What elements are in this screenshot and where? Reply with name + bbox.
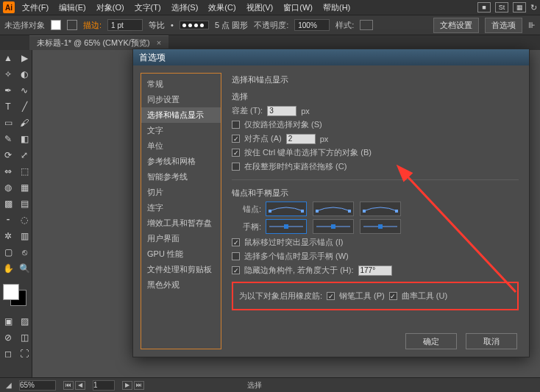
first-artboard-icon[interactable]: ⏮ xyxy=(63,381,74,390)
menu-type[interactable]: 文字(T) xyxy=(130,1,166,15)
prefs-cat-general[interactable]: 常规 xyxy=(141,76,221,92)
sync-icon[interactable]: ↻ xyxy=(530,3,537,13)
layout-icon[interactable]: ■ xyxy=(477,2,491,13)
doc-setup-button[interactable]: 文档设置 xyxy=(433,18,479,33)
selection-tool[interactable]: ▲ xyxy=(0,50,16,66)
prefs-cat-slices[interactable]: 切片 xyxy=(141,185,221,200)
blend-tool[interactable]: ◌ xyxy=(16,212,32,228)
prefs-cat-sync[interactable]: 同步设置 xyxy=(141,92,221,107)
multi-handle-checkbox[interactable] xyxy=(232,252,240,260)
gradient-mode-icon[interactable]: ▨ xyxy=(16,313,32,329)
anchor-style-1[interactable] xyxy=(266,202,307,216)
prefs-cat-smartguides[interactable]: 智能参考线 xyxy=(141,169,221,185)
prev-artboard-icon[interactable]: ◀ xyxy=(75,381,85,390)
fill-color[interactable] xyxy=(3,284,19,300)
preferences-button[interactable]: 首选项 xyxy=(485,18,522,33)
handle-style-3[interactable] xyxy=(360,219,401,234)
zoom-tool[interactable]: 🔍 xyxy=(16,260,32,277)
prefs-cat-selection[interactable]: 选择和锚点显示 xyxy=(141,107,221,123)
prefs-cat-guides[interactable]: 参考线和网格 xyxy=(141,154,221,169)
close-tab-icon[interactable]: × xyxy=(157,38,161,47)
opacity-input[interactable] xyxy=(294,19,330,31)
style-swatch[interactable] xyxy=(360,20,373,30)
lasso-tool[interactable]: ◐ xyxy=(16,66,32,82)
brush-preview[interactable] xyxy=(180,21,209,29)
menu-window[interactable]: 窗口(W) xyxy=(279,1,317,15)
artboard-number-input[interactable] xyxy=(93,380,115,391)
perspective-tool[interactable]: ▦ xyxy=(16,179,32,196)
eraser-tool[interactable]: ◧ xyxy=(16,131,32,147)
scale-tool[interactable]: ⤢ xyxy=(16,147,32,163)
graph-tool[interactable]: ▥ xyxy=(16,228,32,244)
st-icon[interactable]: St xyxy=(495,2,508,13)
snap-input[interactable] xyxy=(286,134,316,144)
hide-corner-checkbox[interactable] xyxy=(232,266,240,274)
cancel-button[interactable]: 取消 xyxy=(466,333,517,349)
change-screen-icon[interactable]: ⛶ xyxy=(16,346,32,362)
prefs-cat-gpu[interactable]: GPU 性能 xyxy=(141,246,221,262)
type-tool[interactable]: T xyxy=(0,99,16,115)
prefs-cat-black[interactable]: 黑色外观 xyxy=(141,277,221,293)
direct-selection-tool[interactable]: ▶ xyxy=(16,50,32,66)
prefs-cat-plugins[interactable]: 增效工具和暂存盘 xyxy=(141,215,221,231)
next-artboard-icon[interactable]: ▶ xyxy=(122,381,132,390)
last-artboard-icon[interactable]: ⏭ xyxy=(134,381,144,390)
artboard-tool[interactable]: ▢ xyxy=(0,244,16,260)
fill-swatch[interactable] xyxy=(51,20,61,30)
line-tool[interactable]: ╱ xyxy=(16,99,32,115)
document-tab[interactable]: 未标题-1* @ 65% (CMYK/预览) × xyxy=(29,35,168,50)
draw-mode-icon[interactable]: ◫ xyxy=(16,329,32,346)
menu-view[interactable]: 视图(V) xyxy=(242,1,278,15)
prefs-cat-file[interactable]: 文件处理和剪贴板 xyxy=(141,262,221,277)
snap-checkbox[interactable] xyxy=(232,135,240,143)
handle-style-2[interactable] xyxy=(313,219,354,234)
pen-tool-checkbox[interactable] xyxy=(327,292,335,300)
prefs-cat-type[interactable]: 文字 xyxy=(141,123,221,138)
menu-effect[interactable]: 效果(C) xyxy=(204,1,240,15)
ok-button[interactable]: 确定 xyxy=(405,333,457,349)
handle-style-1[interactable] xyxy=(266,219,307,234)
none-mode-icon[interactable]: ⊘ xyxy=(0,329,16,346)
stroke-swatch[interactable] xyxy=(67,20,77,30)
pencil-tool[interactable]: ✎ xyxy=(0,131,16,147)
zoom-input[interactable] xyxy=(19,380,56,391)
gradient-tool[interactable]: ▤ xyxy=(16,196,32,212)
menu-help[interactable]: 帮助(H) xyxy=(319,1,355,15)
constrain-checkbox[interactable] xyxy=(232,163,240,171)
uniform-dropdown[interactable]: 等比 xyxy=(149,20,165,31)
panel-menu-icon[interactable]: ⊪ xyxy=(528,21,536,30)
arrange-icon[interactable]: ▦ xyxy=(513,2,526,13)
symbol-sprayer-tool[interactable]: ✲ xyxy=(0,228,16,244)
curvature-tool[interactable]: ∿ xyxy=(16,82,32,99)
mouseover-checkbox[interactable] xyxy=(232,238,240,246)
tolerance-input[interactable] xyxy=(267,106,296,116)
menu-select[interactable]: 选择(S) xyxy=(167,1,203,15)
prefs-cat-units[interactable]: 单位 xyxy=(141,138,221,154)
paintbrush-tool[interactable]: 🖌 xyxy=(16,115,32,131)
width-tool[interactable]: ⇔ xyxy=(0,163,16,179)
screen-mode-icon[interactable]: ◻ xyxy=(0,346,16,362)
ctrl-click-checkbox[interactable] xyxy=(232,149,240,157)
only-path-checkbox[interactable] xyxy=(232,121,240,129)
prefs-cat-ui[interactable]: 用户界面 xyxy=(141,231,221,246)
menu-object[interactable]: 对象(O) xyxy=(92,1,129,15)
rectangle-tool[interactable]: ▭ xyxy=(0,115,16,131)
anchor-style-2[interactable] xyxy=(313,202,354,216)
eyedropper-tool[interactable]: ⁃ xyxy=(0,212,16,228)
hand-tool[interactable]: ✋ xyxy=(0,260,16,277)
slice-tool[interactable]: ⎋ xyxy=(16,244,32,260)
pen-tool[interactable]: ✒ xyxy=(0,82,16,99)
rotate-tool[interactable]: ⟳ xyxy=(0,147,16,163)
menu-file[interactable]: 文件(F) xyxy=(18,1,53,15)
fill-stroke-swatch[interactable] xyxy=(0,281,32,309)
stroke-weight-input[interactable] xyxy=(107,19,143,31)
curve-tool-checkbox[interactable] xyxy=(389,292,397,300)
anchor-style-3[interactable] xyxy=(360,202,401,216)
mesh-tool[interactable]: ▩ xyxy=(0,196,16,212)
shape-builder-tool[interactable]: ◍ xyxy=(0,179,16,196)
menu-edit[interactable]: 编辑(E) xyxy=(54,1,90,15)
color-mode-icon[interactable]: ▣ xyxy=(0,313,16,329)
free-transform-tool[interactable]: ⬚ xyxy=(16,163,32,179)
prefs-cat-hyphen[interactable]: 连字 xyxy=(141,200,221,215)
hide-corner-input[interactable] xyxy=(358,266,392,276)
